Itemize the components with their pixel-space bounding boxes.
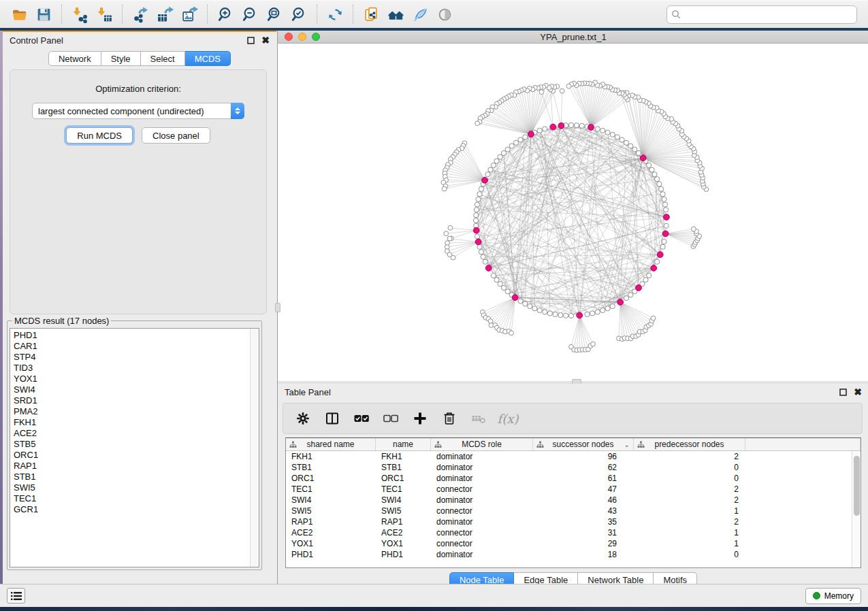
network-node[interactable] [632, 147, 637, 152]
mcds-dominator-node[interactable] [475, 239, 481, 245]
mcds-dominator-node[interactable] [550, 124, 556, 130]
network-node[interactable] [451, 255, 455, 260]
mcds-dominator-node[interactable] [662, 231, 669, 237]
network-node[interactable] [659, 186, 664, 191]
mcds-dominator-node[interactable] [640, 155, 646, 161]
network-node[interactable] [628, 293, 633, 297]
network-node[interactable] [494, 278, 499, 282]
mcds-dominator-node[interactable] [657, 252, 663, 258]
network-node[interactable] [547, 311, 552, 316]
mcds-result-item[interactable]: SWI4 [14, 384, 259, 395]
network-node[interactable] [568, 313, 573, 318]
table-row[interactable]: SWI5SWI5connector431 [286, 506, 852, 516]
network-node[interactable] [651, 316, 656, 320]
table-row[interactable]: ACE2ACE2connector311 [286, 527, 852, 538]
mcds-result-item[interactable]: ACE2 [14, 428, 259, 439]
run-mcds-button[interactable]: Run MCDS [66, 127, 133, 144]
network-node[interactable] [624, 140, 628, 145]
new-network-from-selection-button[interactable] [359, 3, 383, 26]
network-node[interactable] [591, 342, 596, 346]
network-node[interactable] [488, 167, 493, 172]
table-row[interactable]: PHD1PHD1dominator180 [286, 549, 852, 560]
table-row[interactable]: ORC1ORC1dominator610 [286, 473, 852, 484]
network-node[interactable] [660, 192, 665, 197]
tab-select[interactable]: Select [141, 51, 185, 66]
mcds-result-item[interactable]: STB1 [14, 472, 259, 482]
mcds-dominator-node[interactable] [528, 131, 534, 137]
float-panel-button[interactable] [247, 37, 255, 44]
column-header-name[interactable]: name [376, 438, 431, 450]
network-node[interactable] [444, 231, 449, 236]
network-node[interactable] [600, 128, 605, 133]
network-node[interactable] [485, 172, 490, 177]
network-node[interactable] [473, 218, 478, 222]
mcds-result-item[interactable]: YOX1 [14, 374, 259, 384]
network-node[interactable] [560, 88, 564, 93]
mcds-result-item[interactable]: GCR1 [14, 504, 259, 515]
network-node[interactable] [610, 132, 615, 137]
mcds-dominator-node[interactable] [651, 265, 657, 271]
column-header-successor-nodes[interactable]: successor nodes⌄ [533, 438, 634, 450]
mcds-result-item[interactable]: SRD1 [14, 395, 259, 406]
task-history-button[interactable] [7, 588, 25, 604]
export-image-button[interactable] [177, 3, 202, 26]
mcds-result-item[interactable]: STB5 [14, 439, 259, 450]
table-row[interactable]: FKH1FKH1dominator962 [286, 451, 852, 462]
zoom-fit-button[interactable] [262, 3, 287, 26]
deselect-all-button[interactable] [379, 407, 402, 430]
mcds-result-item[interactable]: TEC1 [14, 493, 259, 504]
column-header-predecessor-nodes[interactable]: predecessor nodes [634, 438, 745, 450]
network-node[interactable] [476, 197, 481, 201]
network-frame-titlebar[interactable]: YPA_prune.txt_1 [278, 31, 868, 44]
network-node[interactable] [647, 273, 652, 278]
network-node[interactable] [505, 147, 510, 152]
network-node[interactable] [643, 278, 648, 282]
network-node[interactable] [624, 296, 628, 301]
network-node[interactable] [574, 123, 579, 128]
network-node[interactable] [474, 208, 479, 212]
table-scrollbar[interactable] [852, 451, 861, 567]
mcds-result-item[interactable]: SWI5 [14, 482, 259, 493]
mcds-list-scrollbar[interactable] [250, 329, 259, 567]
network-node[interactable] [605, 130, 610, 135]
mcds-result-item[interactable]: ORC1 [14, 450, 259, 461]
network-node[interactable] [537, 128, 542, 133]
add-column-button[interactable] [408, 407, 432, 430]
network-node[interactable] [483, 259, 487, 264]
network-node[interactable] [579, 123, 584, 128]
network-node[interactable] [662, 202, 667, 207]
select-all-button[interactable] [350, 407, 373, 430]
mcds-result-item[interactable]: STP4 [14, 352, 259, 363]
network-node[interactable] [475, 121, 480, 126]
delete-column-button[interactable] [438, 407, 461, 430]
network-node[interactable] [491, 163, 496, 167]
show-hidden-button[interactable] [432, 3, 457, 26]
mcds-dominator-node[interactable] [558, 122, 564, 129]
network-node[interactable] [479, 186, 483, 191]
network-node[interactable] [664, 208, 669, 212]
network-node[interactable] [509, 331, 514, 335]
network-node[interactable] [566, 84, 571, 88]
network-node[interactable] [558, 313, 563, 318]
import-network-button[interactable] [67, 3, 92, 26]
vertical-splitter-handle[interactable] [275, 303, 280, 312]
table-row[interactable]: SWI4SWI4dominator462 [286, 495, 852, 506]
mcds-result-item[interactable]: RAP1 [14, 461, 259, 472]
network-node[interactable] [662, 197, 666, 201]
network-node[interactable] [600, 308, 605, 313]
network-node[interactable] [518, 137, 523, 142]
mcds-result-item[interactable]: PMA2 [14, 406, 259, 417]
float-table-panel-button[interactable] [839, 389, 847, 396]
tab-mcds[interactable]: MCDS [185, 51, 231, 66]
network-node[interactable] [660, 244, 665, 249]
network-node[interactable] [501, 150, 506, 155]
optimization-criterion-select[interactable]: largest connected component (undirected) [32, 103, 244, 119]
tab-network[interactable]: Network [48, 51, 101, 66]
hide-selected-button[interactable] [408, 3, 432, 26]
network-node[interactable] [505, 289, 510, 294]
network-node[interactable] [447, 236, 452, 241]
network-node[interactable] [501, 285, 506, 290]
column-header-MCDS-role[interactable]: MCDS role [431, 438, 533, 450]
tab-style[interactable]: Style [101, 51, 141, 66]
network-node[interactable] [585, 312, 590, 316]
